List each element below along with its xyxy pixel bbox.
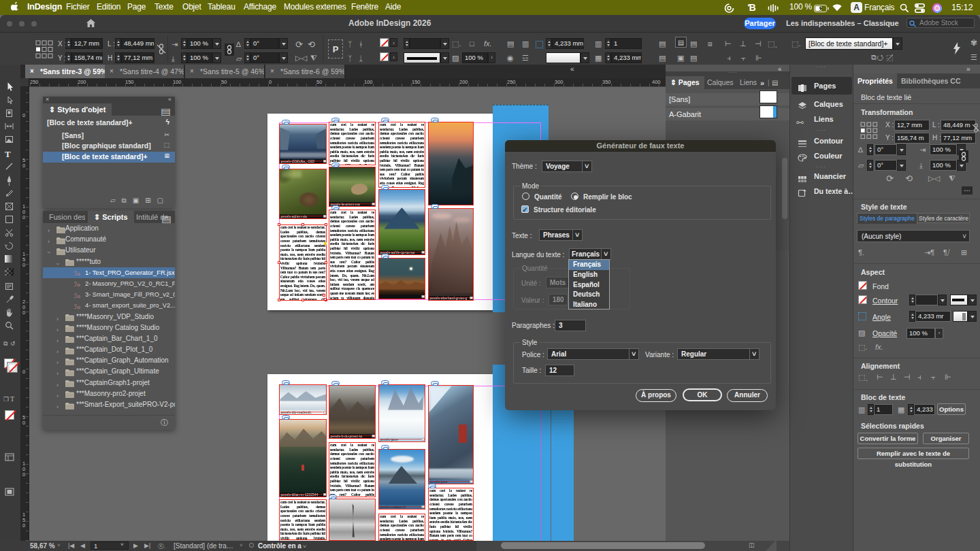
svg-text:ℐo: ℐo	[74, 293, 80, 299]
svg-text:ℐo: ℐo	[74, 281, 80, 288]
svg-text:ℐo: ℐo	[74, 270, 80, 277]
svg-text:ℐo: ℐo	[74, 303, 80, 310]
